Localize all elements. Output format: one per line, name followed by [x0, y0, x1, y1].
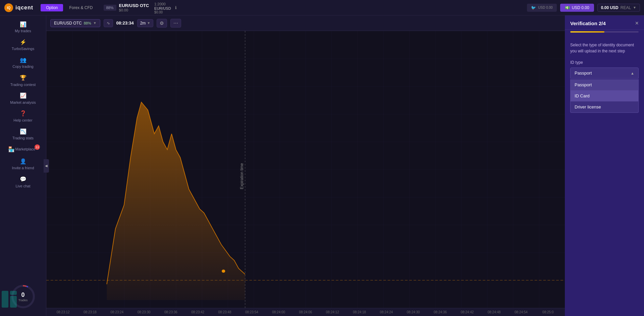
logo-text: iqcent — [15, 5, 33, 11]
top-header: IQ iqcent Option Forex & CFD 88% EUR/USD… — [0, 0, 644, 15]
dropdown-item-id-card[interactable]: ID Card — [571, 90, 638, 101]
chart-symbol-selector[interactable]: EUR/USD OTC 88% ▼ — [50, 19, 100, 27]
sidebar-collapse-button[interactable]: ◀ — [44, 159, 49, 173]
chart-canvas: Expiration time — [46, 31, 565, 308]
marketplace-badge: 11 — [35, 144, 40, 150]
trading-stats-icon: 📉 — [20, 128, 26, 135]
sidebar: 📊 My trades ⚡ TurboSavings 👥 Copy tradin… — [0, 15, 46, 316]
leverage-pair: EUR/USD — [154, 6, 171, 10]
chart-x-axis: 08:23:12 08:23:18 08:23:24 08:23:30 08:2… — [46, 308, 565, 316]
x-label-0: 08:23:12 — [50, 310, 76, 314]
deposit-button[interactable]: 💵 USD 0.00 — [560, 4, 594, 12]
trades-circle-container: 0 Trades — [0, 280, 46, 313]
sidebar-item-copy-trading[interactable]: 👥 Copy trading — [0, 54, 46, 72]
leverage-info: 1:2000 EUR/USD $0.00 — [154, 1, 171, 14]
logo: IQ iqcent — [4, 3, 33, 12]
dropdown-item-passport[interactable]: Passport — [571, 79, 638, 90]
deposit-label: USD 0.00 — [572, 5, 589, 10]
progress-bar-fill — [570, 31, 604, 33]
trades-circle-text: 0 Trades — [18, 291, 28, 302]
x-label-9: 08:24:06 — [292, 310, 319, 314]
x-label-12: 08:24:24 — [373, 310, 400, 314]
tab-option[interactable]: Option — [41, 4, 63, 11]
sidebar-item-my-trades[interactable]: 📊 My trades — [0, 18, 46, 36]
help-center-icon: ❓ — [20, 110, 26, 117]
chart-symbol-label: EUR/USD OTC — [54, 21, 82, 26]
x-label-10: 08:24:12 — [319, 310, 346, 314]
trade-type-tabs: Option Forex & CFD — [41, 4, 98, 11]
x-label-17: 08:24:54 — [507, 310, 534, 314]
leverage-price: $0.00 — [154, 10, 171, 14]
instrument-info-icon[interactable]: ℹ — [175, 5, 177, 10]
sidebar-label-trading-contest: Trading contest — [10, 83, 36, 87]
x-label-8: 08:24:00 — [265, 310, 292, 314]
svg-point-8 — [222, 270, 225, 273]
chart-time-display: 08:23:34 — [116, 20, 134, 26]
marketplace-icon: 🏪 — [8, 146, 15, 152]
sidebar-item-trading-contest[interactable]: 🏆 Trading contest — [0, 72, 46, 90]
chart-pct-label: 88% — [84, 21, 91, 25]
sidebar-label-my-trades: My trades — [15, 29, 31, 33]
sidebar-item-trading-stats[interactable]: 📉 Trading stats — [0, 125, 46, 143]
chart-settings-button[interactable]: ⚙ — [157, 19, 167, 28]
instrument-selector: 88% EUR/USD OTC $0.00 1:2000 EUR/USD $0.… — [104, 1, 177, 14]
x-label-14: 08:24:36 — [427, 310, 453, 314]
balance-chevron-icon: ▼ — [633, 6, 636, 9]
sidebar-label-marketplace: Marketplace — [15, 147, 36, 151]
x-label-13: 08:24:30 — [400, 310, 427, 314]
x-label-3: 08:23:30 — [130, 310, 157, 314]
id-type-dropdown-menu: Passport ID Card Driver license — [570, 79, 639, 113]
sidebar-label-market-analysis: Market analysis — [10, 100, 36, 105]
id-type-select[interactable]: Passport ▲ — [570, 67, 639, 79]
select-chevron-icon: ▲ — [631, 71, 634, 75]
instrument-pair: EUR/USD OTC — [119, 3, 149, 8]
sidebar-label-live-chat: Live chat — [15, 184, 30, 188]
chart-symbol-chevron: ▼ — [93, 21, 97, 25]
sidebar-label-copy-trading: Copy trading — [12, 64, 33, 69]
signal-icon: 🐦 — [531, 5, 536, 10]
progress-bar-track — [570, 31, 639, 33]
balance-display[interactable]: 0.00 USD REAL ▼ — [597, 4, 640, 12]
verification-description: Select the type of identity document you… — [570, 42, 639, 54]
signal-button[interactable]: 🐦 USD 0.00 — [527, 4, 556, 12]
sidebar-item-turbo-savings[interactable]: ⚡ TurboSavings — [0, 36, 46, 54]
x-label-5: 08:23:42 — [184, 310, 211, 314]
instrument-info: EUR/USD OTC $0.00 — [119, 3, 149, 12]
svg-text:IQ: IQ — [7, 6, 11, 10]
chart-area: EUR/USD OTC 88% ▼ ∿ 08:23:34 2m ▼ ⚙ ⋯ — [46, 15, 565, 316]
sidebar-label-help-center: Help center — [13, 118, 32, 123]
progress-bar-container — [565, 30, 644, 37]
live-chat-icon: 💬 — [20, 176, 26, 183]
main-content: 📊 My trades ⚡ TurboSavings 👥 Copy tradin… — [0, 15, 644, 316]
leverage-ratio: 1:2000 — [154, 2, 166, 6]
verification-close-button[interactable]: × — [635, 20, 639, 26]
chart-svg: Expiration time — [46, 31, 565, 308]
svg-text:Expiration time: Expiration time — [239, 163, 245, 189]
turbo-savings-icon: ⚡ — [20, 39, 26, 45]
chart-extra-settings-button[interactable]: ⋯ — [170, 19, 181, 28]
x-label-6: 08:23:48 — [211, 310, 238, 314]
x-label-16: 08:24:48 — [481, 310, 507, 314]
balance-amount: 0.00 USD — [601, 5, 619, 10]
dropdown-item-driver-license[interactable]: Driver license — [571, 101, 638, 112]
ellipsis-icon: ⋯ — [173, 20, 178, 26]
trading-contest-icon: 🏆 — [20, 75, 26, 81]
sidebar-item-market-analysis[interactable]: 📈 Market analysis — [0, 90, 46, 107]
sidebar-item-live-chat[interactable]: 💬 Live chat — [0, 173, 46, 191]
deposit-icon: 💵 — [565, 5, 570, 10]
chart-indicator-button[interactable]: ∿ — [104, 19, 113, 27]
trades-count: 0 — [18, 291, 28, 299]
x-label-15: 08:24:42 — [454, 310, 481, 314]
trades-circle: 0 Trades — [10, 283, 37, 310]
x-label-11: 08:24:18 — [346, 310, 373, 314]
chart-interval-selector[interactable]: 2m ▼ — [137, 19, 154, 27]
sidebar-item-invite-friend[interactable]: 👤 Invite a friend — [0, 155, 46, 173]
sidebar-item-help-center[interactable]: ❓ Help center — [0, 107, 46, 125]
verification-body: Select the type of identity document you… — [565, 37, 644, 316]
logo-icon: IQ — [4, 3, 13, 12]
tab-forex[interactable]: Forex & CFD — [64, 4, 98, 11]
verification-title: Verification 2/4 — [570, 20, 606, 26]
sidebar-item-marketplace[interactable]: 🏪 Marketplace 11 — [0, 143, 46, 155]
x-label-18: 08:25:0 — [535, 310, 561, 314]
chart-indicator-icon: ∿ — [107, 21, 110, 26]
